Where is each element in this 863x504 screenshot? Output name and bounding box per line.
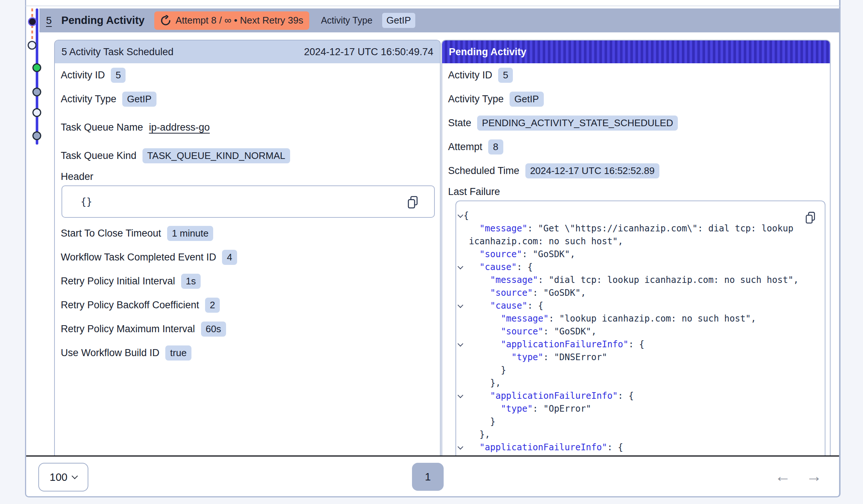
code-line: "type": "OpError" (456, 402, 825, 415)
field-row: Use Workflow Build IDtrue (61, 341, 434, 365)
field-value-badge: 60s (201, 322, 226, 337)
task-queue-link[interactable]: ip-address-go (149, 122, 210, 133)
field-row: StatePENDING_ACTIVITY_STATE_SCHEDULED (448, 111, 824, 135)
field-row: Task Queue Nameip-address-go (61, 116, 434, 139)
json-key: "type" (511, 352, 543, 362)
json-text (464, 339, 501, 349)
timeline-dot-neutral[interactable] (32, 88, 41, 96)
json-text (464, 326, 501, 337)
json-key: "source" (479, 249, 522, 259)
json-text: { (464, 210, 469, 221)
field-label: Activity Type (448, 93, 504, 105)
event-card-title: 5 Activity Task Scheduled (61, 46, 173, 58)
code-line: "message": "Get \"https://icanhazip.com\… (456, 222, 825, 235)
field-label: Retry Policy Maximum Interval (61, 323, 195, 335)
field-label: Activity ID (61, 70, 105, 81)
timeline-dot-pending[interactable] (28, 17, 37, 26)
json-key: "message" (501, 313, 549, 324)
json-text: : { (527, 301, 543, 311)
collapse-chevron-icon[interactable] (458, 302, 464, 308)
collapse-chevron-icon[interactable] (458, 212, 464, 218)
json-key: "message" (479, 223, 527, 234)
json-text: icanhazip.com: no such host", (464, 236, 623, 246)
code-line: "source": "GoSDK", (456, 248, 825, 261)
json-text (464, 301, 490, 311)
timeline-dot-open[interactable] (28, 41, 36, 50)
copy-button[interactable] (805, 212, 816, 224)
timeline-dot-success[interactable] (32, 63, 41, 72)
field-value-badge: PENDING_ACTIVITY_STATE_SCHEDULED (477, 116, 678, 131)
page-button[interactable]: 1 (412, 463, 444, 491)
event-history-container: 5 Pending Activity Attempt 8 / ∞ • Next … (25, 6, 841, 497)
field-value-badge: 2 (205, 298, 220, 313)
field-value-badge: GetIP (510, 92, 543, 107)
field-value-badge: 8 (488, 139, 503, 155)
prev-page-arrow[interactable]: ← (772, 467, 794, 485)
field-label: Activity Type (61, 93, 116, 105)
json-text (464, 404, 501, 414)
code-line: }, (456, 377, 825, 390)
field-row: Workflow Task Completed Event ID4 (61, 245, 434, 269)
event-card-header: 5 Activity Task Scheduled 2024-12-17 UTC… (55, 40, 440, 63)
json-key: "applicationFailureInfo" (501, 339, 628, 349)
code-line: }, (456, 428, 825, 441)
field-value-badge: 2024-12-17 UTC 16:52:52.89 (525, 163, 659, 178)
previous-row-strip (25, 0, 841, 6)
field-value-badge: 5 (111, 68, 126, 83)
copy-button[interactable] (407, 196, 419, 209)
field-row: Retry Policy Backoff Coefficient2 (61, 293, 434, 317)
collapse-chevron-icon[interactable] (458, 264, 464, 270)
last-failure-code-box[interactable]: { "message": "Get \"https://icanhazip.co… (455, 200, 825, 455)
code-line: "applicationFailureInfo": { (456, 338, 825, 351)
divider (26, 455, 839, 457)
field-value-badge: 1 minute (167, 226, 214, 241)
event-id-link[interactable]: 5 (46, 15, 52, 26)
collapse-chevron-icon[interactable] (458, 341, 464, 347)
json-text: : "GoSDK", (543, 326, 597, 337)
field-label: Activity ID (448, 70, 492, 81)
collapse-chevron-icon[interactable] (458, 393, 464, 398)
json-key: "applicationFailureInfo" (490, 391, 618, 401)
field-row: Retry Policy Initial Interval1s (61, 269, 434, 293)
code-line: } (456, 364, 825, 377)
timeline-dot-light[interactable] (32, 108, 41, 117)
json-key: "source" (490, 288, 533, 298)
field-label: Task Queue Name (61, 122, 143, 133)
json-text: : { (628, 339, 644, 349)
field-row: Activity ID5 (448, 63, 824, 87)
code-line: "source": "GoSDK", (456, 287, 825, 299)
code-line: { (456, 209, 825, 222)
timeline-dot-neutral[interactable] (32, 131, 41, 140)
event-detail-card: 5 Activity Task Scheduled 2024-12-17 UTC… (54, 40, 441, 455)
event-row-header[interactable]: 5 Pending Activity Attempt 8 / ∞ • Next … (39, 8, 839, 32)
json-text: : "dial tcp: lookup icanhazip.com: no su… (538, 275, 799, 285)
field-row: Start To Close Timeout1 minute (61, 221, 434, 245)
retry-badge-text: Attempt 8 / ∞ • Next Retry 39s (176, 15, 303, 26)
event-card-timestamp: 2024-12-17 UTC 16:50:49.74 (304, 46, 433, 58)
field-value-badge: TASK_QUEUE_KIND_NORMAL (142, 148, 290, 163)
field-label: Retry Policy Backoff Coefficient (61, 299, 199, 311)
json-text: }, (464, 378, 501, 388)
json-key: "message" (490, 275, 538, 285)
field-label: Start To Close Timeout (61, 228, 161, 239)
json-text (464, 391, 490, 401)
copy-icon (407, 196, 419, 209)
next-page-arrow[interactable]: → (803, 467, 825, 485)
code-line: icanhazip.com: no such host", (456, 235, 825, 248)
field-label: Scheduled Time (448, 165, 519, 177)
timeline-line (36, 8, 38, 145)
page-size-select[interactable]: 100 (38, 463, 88, 491)
pending-activity-card-title: Pending Activity (449, 46, 526, 58)
json-text: : "lookup icanhazip.com: no such host", (549, 313, 756, 324)
json-key: "type" (501, 404, 533, 414)
field-row: Activity ID5 (61, 63, 434, 87)
last-failure-label: Last Failure (448, 183, 824, 200)
field-value-badge: 5 (498, 68, 513, 83)
field-label: Workflow Task Completed Event ID (61, 252, 216, 263)
json-text (464, 262, 479, 272)
json-text (464, 249, 479, 259)
timeline-pending-dashed-line (31, 8, 33, 46)
collapse-chevron-icon[interactable] (458, 444, 464, 450)
code-line: "cause": { (456, 261, 825, 274)
field-label: State (448, 117, 471, 129)
